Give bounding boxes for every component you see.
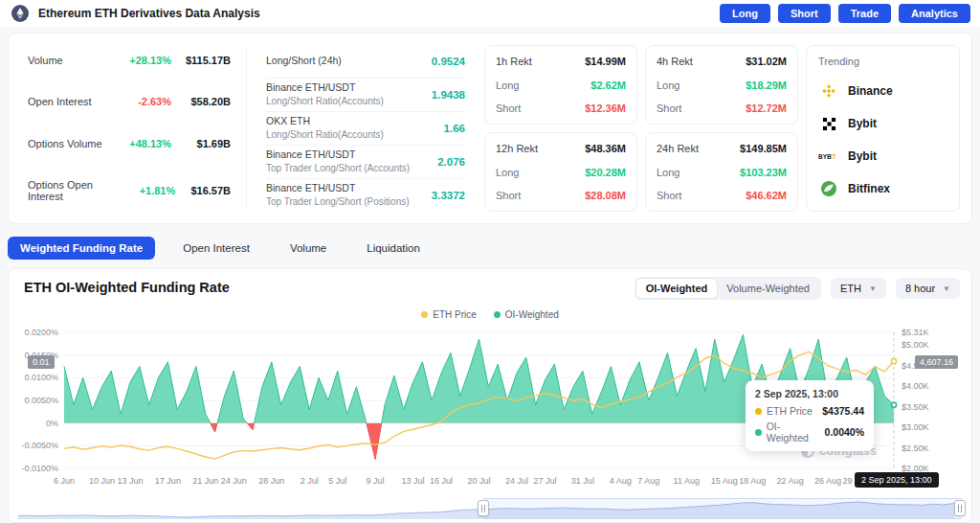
- svg-text:0%: 0%: [46, 419, 58, 428]
- trending-item-binance[interactable]: Binance: [818, 75, 947, 107]
- analytics-button[interactable]: Analytics: [899, 4, 970, 23]
- ratio-row: Binance ETH/USDTTop Trader Long/Short (P…: [266, 179, 465, 212]
- page-title: Ethereum ETH Derivatives Data Analysis: [38, 7, 260, 20]
- svg-text:$3.50K: $3.50K: [902, 402, 929, 412]
- chevron-down-icon: ▼: [943, 284, 950, 293]
- svg-text:$2.50K: $2.50K: [902, 443, 929, 453]
- tooltip-dot: [755, 429, 762, 436]
- change-badge: -2.63%: [116, 96, 171, 107]
- chart-legend: ETH Price OI-Weighted: [9, 309, 971, 320]
- change-badge: +48.13%: [116, 138, 171, 149]
- navigator-right-handle[interactable]: [954, 500, 966, 516]
- svg-text:26 Aug: 26 Aug: [814, 476, 841, 486]
- bybit-icon: BYBIT: [818, 151, 839, 161]
- long-button[interactable]: Long: [720, 4, 770, 23]
- legend-dot: [421, 311, 428, 318]
- chart-navigator[interactable]: [18, 498, 962, 519]
- svg-text:27 Jul: 27 Jul: [533, 476, 556, 486]
- interval-select[interactable]: 8 hour ▼: [896, 278, 960, 299]
- rekt-box-12h: 12h Rekt$48.36M Long$20.28M Short$28.08M: [484, 132, 637, 212]
- toggle-oi-weighted[interactable]: OI-Weighted: [636, 279, 718, 298]
- tab-liquidation[interactable]: Liquidation: [354, 237, 433, 260]
- toggle-volume-weighted[interactable]: Volume-Weighted: [717, 279, 819, 298]
- trade-button[interactable]: Trade: [838, 4, 891, 23]
- svg-text:$3.00K: $3.00K: [902, 422, 929, 432]
- chevron-down-icon: ▼: [869, 284, 877, 293]
- left-axis-value-badge: 0.01: [28, 355, 55, 369]
- svg-text:10 Jun: 10 Jun: [89, 476, 115, 486]
- chart-title: ETH OI-Weighted Funding Rate: [24, 280, 230, 295]
- market-stats-column: Volume +28.13% $115.17B Open Interest -2…: [20, 45, 238, 212]
- trending-item-okx[interactable]: Bybit: [818, 107, 947, 140]
- hover-date-badge: 2 Sep 2025, 13:00: [855, 472, 939, 488]
- rekt-column-2: 4h Rekt$31.02M Long$18.29M Short$12.72M …: [645, 45, 798, 212]
- svg-text:24 Jun: 24 Jun: [221, 476, 247, 486]
- svg-text:15 Aug: 15 Aug: [711, 476, 738, 486]
- change-badge: +28.13%: [116, 55, 171, 66]
- svg-text:22 Aug: 22 Aug: [777, 476, 804, 486]
- legend-eth-price[interactable]: ETH Price: [421, 309, 477, 320]
- long-short-ratios-column: Long/Short (24h) 0.9524 Binance ETH/USDT…: [255, 45, 477, 212]
- funding-rate-card: ETH OI-Weighted Funding Rate OI-Weighted…: [8, 268, 972, 523]
- bybit-label: Bybit: [848, 149, 877, 163]
- tooltip-row-eth-price: ETH Price $4375.44: [755, 405, 864, 417]
- stat-row-options-open-interest: Options Open Interest +1.81% $16.57B: [28, 179, 231, 202]
- stat-row-open-interest: Open Interest -2.63% $58.20B: [28, 96, 231, 107]
- svg-text:13 Jun: 13 Jun: [117, 476, 143, 486]
- tab-weighted-funding-rate[interactable]: Weighted Funding Rate: [8, 237, 155, 260]
- chart-controls: OI-Weighted Volume-Weighted ETH ▼ 8 hour…: [635, 277, 960, 300]
- svg-text:7 Aug: 7 Aug: [637, 476, 659, 486]
- trending-box: Trending Binance Bybit BYBIT Bybit Bitfi…: [806, 45, 960, 212]
- stat-row-options-volume: Options Volume +48.13% $1.69B: [28, 138, 231, 149]
- rekt-box-1h: 1h Rekt$14.99M Long$2.62M Short$12.36M: [484, 45, 637, 125]
- svg-text:2 Jul: 2 Jul: [301, 476, 319, 486]
- trending-title: Trending: [818, 56, 947, 67]
- svg-text:IT: IT: [831, 153, 836, 160]
- ethereum-icon: [10, 5, 31, 22]
- tab-volume[interactable]: Volume: [278, 237, 339, 260]
- rekt-box-4h: 4h Rekt$31.02M Long$18.29M Short$12.72M: [645, 45, 798, 125]
- navigator-selected-range: [483, 498, 962, 519]
- right-axis-price-badge: 4,607.16: [915, 355, 958, 369]
- svg-text:6 Jun: 6 Jun: [54, 476, 75, 486]
- svg-text:9 Jul: 9 Jul: [367, 476, 385, 486]
- svg-text:11 Aug: 11 Aug: [674, 476, 700, 486]
- rekt-column-1: 1h Rekt$14.99M Long$2.62M Short$12.36M 1…: [484, 45, 637, 212]
- bitfinex-icon: [818, 181, 839, 196]
- ratio-row: Binance ETH/USDTLong/Short Ratio(Account…: [266, 79, 465, 112]
- svg-text:BYB: BYB: [818, 153, 832, 160]
- svg-text:28 Jun: 28 Jun: [258, 476, 284, 486]
- svg-text:-0.0100%: -0.0100%: [21, 464, 58, 473]
- svg-text:4 Aug: 4 Aug: [610, 476, 632, 486]
- overview-stats-panel: Volume +28.13% $115.17B Open Interest -2…: [8, 33, 972, 224]
- trending-item-bybit[interactable]: BYBIT Bybit Bitfinex Bybit: [818, 140, 947, 172]
- svg-text:31 Jul: 31 Jul: [571, 476, 594, 486]
- tab-open-interest[interactable]: Open Interest: [170, 237, 262, 260]
- okx-icon: [818, 117, 839, 131]
- ratio-row: OKX ETHLong/Short Ratio(Accounts) 1.66: [266, 112, 465, 146]
- rekt-box-24h: 24h Rekt$149.85M Long$103.23M Short$46.6…: [645, 132, 798, 212]
- tooltip-dot: [755, 408, 762, 415]
- svg-text:21 Jun: 21 Jun: [192, 476, 218, 486]
- svg-text:17 Jun: 17 Jun: [155, 476, 181, 486]
- ratio-row: Binance ETH/USDTTop Trader Long/Short (A…: [266, 146, 465, 179]
- svg-text:$5.31K: $5.31K: [902, 328, 929, 337]
- svg-text:5 Jul: 5 Jul: [328, 476, 346, 486]
- svg-text:$5.00K: $5.00K: [902, 340, 929, 350]
- svg-text:-0.0050%: -0.0050%: [21, 441, 58, 450]
- chart-tabs: Weighted Funding Rate Open Interest Volu…: [8, 237, 433, 260]
- chart-tooltip: 2 Sep 2025, 13:00 ETH Price $4375.44 OI-…: [746, 380, 874, 451]
- tooltip-row-oi-weighted: OI-Weighted 0.0040%: [755, 421, 864, 443]
- svg-text:0.0200%: 0.0200%: [24, 328, 58, 337]
- svg-text:13 Jul: 13 Jul: [402, 476, 425, 486]
- svg-text:0.0050%: 0.0050%: [24, 396, 58, 405]
- legend-oi-weighted[interactable]: OI-Weighted: [494, 309, 559, 320]
- navigator-left-handle[interactable]: [478, 500, 489, 516]
- svg-text:20 Jul: 20 Jul: [467, 476, 490, 486]
- svg-text:18 Aug: 18 Aug: [739, 476, 766, 486]
- symbol-select[interactable]: ETH ▼: [831, 278, 886, 299]
- svg-text:0.0100%: 0.0100%: [24, 373, 58, 382]
- svg-text:24 Jul: 24 Jul: [505, 476, 528, 486]
- trending-item-bitfinex[interactable]: Bitfinex: [818, 172, 947, 205]
- short-button[interactable]: Short: [778, 4, 831, 23]
